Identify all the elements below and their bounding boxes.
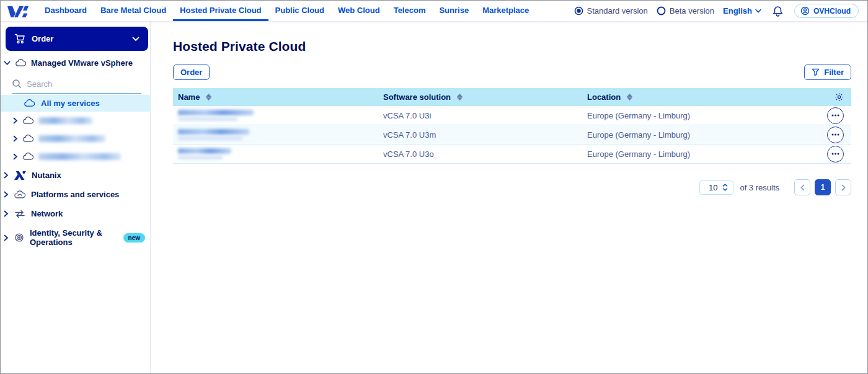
pagination: 10 of 3 results 1 xyxy=(173,179,851,195)
name-column-label: Name xyxy=(178,92,200,102)
service-name-cell[interactable] xyxy=(173,129,378,140)
nav-marketplace[interactable]: Marketplace xyxy=(476,1,536,21)
notifications-button[interactable] xyxy=(770,6,786,17)
software-solution-cell: vCSA 7.0 U3i xyxy=(378,111,582,120)
cloud-icon xyxy=(23,135,33,143)
redacted-service-name xyxy=(178,148,231,159)
order-button-label: Order xyxy=(180,68,202,77)
redacted-service-name xyxy=(178,129,249,140)
vsphere-section-label: Managed VMware vSphere xyxy=(31,58,133,68)
row-actions-button[interactable] xyxy=(827,146,844,163)
redacted-service-name xyxy=(178,110,254,121)
sidebar-item-all-my-services[interactable]: All my services xyxy=(1,95,150,112)
table-row[interactable]: vCSA 7.0 U3m Europe (Germany - Limburg) xyxy=(173,125,851,145)
page-size-select[interactable]: 10 xyxy=(699,180,733,195)
chevron-right-icon xyxy=(4,210,9,217)
nav-hosted-private-cloud[interactable]: Hosted Private Cloud xyxy=(173,1,268,21)
sort-icon[interactable] xyxy=(206,94,211,100)
sidebar-search xyxy=(12,75,141,94)
gear-icon[interactable] xyxy=(835,92,844,102)
location-cell: Europe (Germany - Limburg) xyxy=(582,130,805,140)
app-window: Dashboard Bare Metal Cloud Hosted Privat… xyxy=(0,0,868,374)
location-cell: Europe (Germany - Limburg) xyxy=(582,111,805,120)
sidebar-item-redacted-service[interactable] xyxy=(1,130,150,148)
sidebar-item-redacted-service[interactable] xyxy=(1,148,150,166)
cloud-icon xyxy=(23,117,33,125)
table-row[interactable]: vCSA 7.0 U3o Europe (Germany - Limburg) xyxy=(173,145,851,164)
sidebar-item-platforms-and-services[interactable]: Platforms and services xyxy=(1,185,150,204)
nav-public-cloud[interactable]: Public Cloud xyxy=(268,1,331,21)
column-header-name[interactable]: Name xyxy=(173,92,378,102)
top-navigation-bar: Dashboard Bare Metal Cloud Hosted Privat… xyxy=(1,1,867,22)
radio-selected-icon xyxy=(574,6,583,16)
filter-funnel-icon xyxy=(812,68,820,76)
order-button-label: Order xyxy=(32,34,53,43)
chevron-down-icon xyxy=(755,9,761,13)
network-icon xyxy=(14,210,25,218)
sort-icon[interactable] xyxy=(457,94,463,100)
sidebar-order-button[interactable]: Order xyxy=(6,27,148,51)
beta-version-label: Beta version xyxy=(670,6,714,16)
sidebar-item-network[interactable]: Network xyxy=(1,204,150,223)
language-label: English xyxy=(723,6,752,16)
language-selector[interactable]: English xyxy=(723,6,761,16)
main-content: Hosted Private Cloud Order Filter Name xyxy=(151,22,867,373)
filter-button[interactable]: Filter xyxy=(804,65,851,80)
all-my-services-label: All my services xyxy=(41,99,100,108)
services-table: Name Software solution Location xyxy=(173,88,851,164)
cloud-icon xyxy=(16,59,26,67)
next-page-button[interactable] xyxy=(835,179,851,195)
row-actions-button[interactable] xyxy=(827,127,844,143)
service-name-cell[interactable] xyxy=(173,148,378,159)
redacted-service-name xyxy=(38,117,92,124)
nav-bare-metal-cloud[interactable]: Bare Metal Cloud xyxy=(94,1,173,21)
sidebar-item-identity-security-operations[interactable]: Identity, Security & Operations new xyxy=(1,223,150,252)
page-title: Hosted Private Cloud xyxy=(173,39,851,54)
previous-page-button[interactable] xyxy=(794,179,810,195)
nav-dashboard[interactable]: Dashboard xyxy=(38,1,94,21)
nav-sunrise[interactable]: Sunrise xyxy=(432,1,476,21)
standard-version-radio[interactable]: Standard version xyxy=(574,6,648,16)
account-button[interactable]: OVHCloud xyxy=(794,4,859,18)
sidebar-item-redacted-service[interactable] xyxy=(1,112,150,130)
nav-telecom[interactable]: Telecom xyxy=(387,1,433,21)
order-button[interactable]: Order xyxy=(173,65,210,80)
page-1-button[interactable]: 1 xyxy=(815,179,831,195)
search-input[interactable] xyxy=(27,79,126,89)
ovhcloud-logo[interactable] xyxy=(1,1,38,21)
user-icon xyxy=(800,6,810,16)
column-header-software-solution[interactable]: Software solution xyxy=(378,92,582,102)
chevron-down-icon xyxy=(132,37,140,42)
nutanix-label: Nutanix xyxy=(32,171,61,180)
identity-icon xyxy=(14,233,24,242)
identity-security-operations-label: Identity, Security & Operations xyxy=(30,228,115,247)
table-row[interactable]: vCSA 7.0 U3i Europe (Germany - Limburg) xyxy=(173,106,851,125)
beta-version-radio[interactable]: Beta version xyxy=(657,6,714,16)
column-header-location[interactable]: Location xyxy=(582,92,805,102)
chevron-right-icon xyxy=(13,153,18,160)
cart-icon xyxy=(14,33,25,44)
account-label: OVHCloud xyxy=(813,7,851,16)
chevron-right-icon xyxy=(4,234,9,241)
radio-unselected-icon xyxy=(657,6,666,16)
chevron-down-icon xyxy=(4,61,11,66)
topbar-right-controls: Standard version Beta version English xyxy=(574,1,868,21)
search-icon xyxy=(12,79,22,89)
nav-web-cloud[interactable]: Web Cloud xyxy=(331,1,387,21)
row-actions-button[interactable] xyxy=(827,107,844,124)
standard-version-label: Standard version xyxy=(587,6,648,16)
network-label: Network xyxy=(31,209,63,218)
sidebar-item-nutanix[interactable]: Nutanix xyxy=(1,166,150,185)
bell-icon xyxy=(773,6,783,17)
location-column-label: Location xyxy=(587,92,621,102)
software-solution-cell: vCSA 7.0 U3m xyxy=(378,130,582,140)
updown-caret-icon xyxy=(722,184,728,191)
service-name-cell[interactable] xyxy=(173,110,378,121)
sidebar-section-vsphere[interactable]: Managed VMware vSphere xyxy=(1,55,150,71)
table-header-row: Name Software solution Location xyxy=(173,88,851,106)
toolbar: Order Filter xyxy=(173,65,851,80)
chevron-right-icon xyxy=(4,172,9,179)
results-count-label: of 3 results xyxy=(740,183,779,192)
page-size-value: 10 xyxy=(709,183,717,192)
sort-icon[interactable] xyxy=(627,94,632,100)
